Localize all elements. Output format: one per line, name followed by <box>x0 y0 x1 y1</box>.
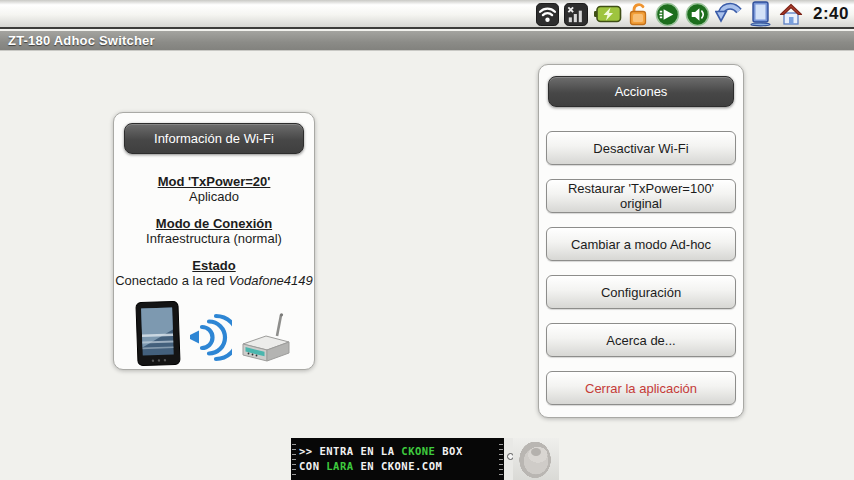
configuration-button[interactable]: Configuración <box>546 275 736 309</box>
disable-wifi-button[interactable]: Desactivar Wi-Fi <box>546 131 736 165</box>
tablet-icon <box>134 300 182 368</box>
router-icon <box>236 312 294 368</box>
connection-illustration <box>114 300 314 368</box>
ad-line-1: >> ENTRA EN LA CKONE BOX <box>299 444 498 459</box>
actions-buttons: Desactivar Wi-Fi Restaurar 'TxPower=100'… <box>539 131 743 405</box>
txpower-section: Mod 'TxPower=20' Aplicado <box>114 174 314 204</box>
battery-charging-icon <box>593 4 622 24</box>
switch-adhoc-button[interactable]: Cambiar a modo Ad-hoc <box>546 227 736 261</box>
restore-txpower-button[interactable]: Restaurar 'TxPower=100' original <box>546 179 736 213</box>
unlocked-icon <box>627 2 650 26</box>
connection-mode-label: Modo de Conexión <box>114 216 314 231</box>
state-value: Conectado a la red Vodafone4149 <box>114 273 314 288</box>
wifi-status-icon <box>536 3 559 26</box>
wifi-info-header: Información de Wi-Fi <box>124 123 304 154</box>
actions-header: Acciones <box>548 76 734 107</box>
network-name: Vodafone4149 <box>229 273 313 288</box>
connection-mode-section: Modo de Conexión Infraestructura (normal… <box>114 216 314 246</box>
screen: 2:40 ZT-180 Adhoc Switcher Información d… <box>0 0 854 480</box>
wifi-info-body: Mod 'TxPower=20' Aplicado Modo de Conexi… <box>114 174 314 288</box>
device-icon[interactable] <box>748 1 773 27</box>
status-time: 2:40 <box>813 4 849 24</box>
actions-panel: Acciones Desactivar Wi-Fi Restaurar 'TxP… <box>538 64 744 418</box>
txpower-label: Mod 'TxPower=20' <box>114 174 314 189</box>
back-icon[interactable] <box>715 2 743 27</box>
ad-text-box: >> ENTRA EN LA CKONE BOX CON LARA EN CKO… <box>291 438 504 480</box>
title-bar: ZT-180 Adhoc Switcher <box>0 31 854 51</box>
wifi-waves-icon <box>186 312 232 368</box>
status-bar: 2:40 <box>0 0 854 29</box>
ad-brand-lara: LARA <box>326 460 353 472</box>
volume-icon[interactable] <box>685 2 710 27</box>
app-title: ZT-180 Adhoc Switcher <box>0 33 155 48</box>
state-section: Estado Conectado a la red Vodafone4149 <box>114 258 314 288</box>
txpower-value: Aplicado <box>114 189 314 204</box>
connection-mode-value: Infraestructura (normal) <box>114 231 314 246</box>
speaker-loud-icon[interactable] <box>655 2 680 27</box>
ad-banner[interactable]: >> ENTRA EN LA CKONE BOX CON LARA EN CKO… <box>291 438 559 480</box>
home-icon[interactable] <box>778 2 804 26</box>
wifi-info-card: Información de Wi-Fi Mod 'TxPower=20' Ap… <box>113 112 315 370</box>
about-button[interactable]: Acerca de... <box>546 323 736 357</box>
status-icons: 2:40 <box>536 1 849 27</box>
ad-model-photo <box>513 438 559 480</box>
ad-brand-ckone: CKONE <box>401 445 435 457</box>
ad-line-2: CON LARA EN CKONE.COM <box>299 459 498 474</box>
state-label: Estado <box>114 258 314 273</box>
close-app-button[interactable]: Cerrar la aplicación <box>546 371 736 405</box>
signal-none-icon <box>564 3 588 26</box>
